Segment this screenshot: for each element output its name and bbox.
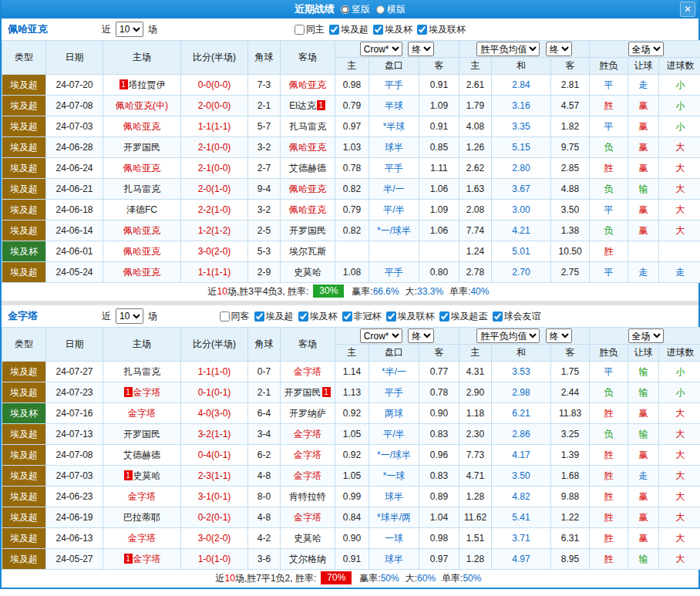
odds-away-cell: 0.80	[419, 262, 459, 283]
league-checkboxes: 同客埃及超埃及杯非冠杯埃及联杯埃及超盃球会友谊	[162, 310, 598, 323]
col-avg-home: 主	[459, 58, 492, 75]
home-team-cell: 佩哈亚克	[103, 221, 181, 241]
corner-cell: 3-2	[248, 137, 281, 158]
avg-home-cell: 1.24	[459, 241, 492, 262]
odds-home-cell	[335, 241, 369, 262]
col-avg-away: 客	[551, 345, 590, 362]
recent-count-select[interactable]: 10	[116, 308, 143, 324]
odds-away-cell: 0.78	[419, 382, 459, 403]
score-cell: 1-1(1-0)	[181, 362, 248, 382]
avg-away-cell: 1.75	[551, 362, 590, 382]
odds-company-select[interactable]: Crow*	[360, 328, 402, 343]
period-select[interactable]: 全场	[628, 328, 664, 343]
filter-checkbox[interactable]: 埃及超	[329, 23, 369, 36]
avg-final-select[interactable]: 终	[546, 328, 572, 343]
filter-checkbox[interactable]: 埃及超盃	[439, 310, 488, 323]
radio-vertical-input[interactable]	[341, 5, 349, 14]
checkbox-input[interactable]	[493, 311, 503, 322]
odds-company-select[interactable]: Crow*	[360, 42, 402, 56]
away-team-cell: 肯特拉特	[281, 487, 335, 507]
period-select[interactable]: 全场	[628, 42, 664, 56]
filter-checkbox[interactable]: 埃及杯	[373, 23, 412, 36]
filter-checkbox[interactable]: 非冠杯	[342, 310, 382, 323]
rank-badge: 1	[124, 554, 133, 564]
date-cell: 24-07-23	[46, 382, 103, 403]
filter-checkbox[interactable]: 球会友谊	[493, 310, 541, 323]
layout-radio-horizontal[interactable]: 横版	[376, 3, 406, 16]
filter-checkbox[interactable]: 埃及联杯	[386, 310, 435, 323]
checkbox-label: 埃及联杯	[429, 23, 466, 36]
filter-checkbox[interactable]: 埃及超	[254, 310, 294, 323]
odds-away-cell: 1.11	[419, 158, 459, 179]
away-team-cell: 佩哈亚克	[281, 75, 335, 96]
checkbox-input[interactable]	[373, 25, 383, 35]
team-label: 史莫哈	[133, 470, 161, 481]
league-cell: 埃及超	[2, 179, 46, 200]
checkbox-input[interactable]	[294, 25, 305, 35]
date-cell: 24-06-21	[46, 179, 103, 200]
league-cell: 埃及超	[2, 507, 46, 528]
checkbox-input[interactable]	[254, 311, 264, 322]
odds-home-cell: 1.05	[335, 424, 369, 445]
odds-final-select[interactable]: 终	[408, 42, 434, 56]
team-label: 金字塔	[294, 450, 321, 460]
handicap-cell: 球半	[369, 487, 419, 507]
summary-stats: 赢率:50%大:60%单率:50%	[356, 573, 484, 584]
rank-badge: 1	[124, 387, 133, 397]
stat-pair: 单率:50%	[442, 573, 481, 584]
checkbox-input[interactable]	[298, 311, 308, 322]
let-cell: 走	[628, 466, 659, 487]
odds-final-select[interactable]: 终	[408, 328, 434, 343]
league-cell: 埃及超	[2, 137, 46, 158]
checkbox-input[interactable]	[386, 311, 396, 322]
avg-final-select[interactable]: 终	[546, 42, 572, 56]
let-cell: 输	[628, 362, 659, 382]
near-label: 近	[102, 23, 111, 36]
checkbox-input[interactable]	[342, 311, 352, 322]
filter-checkbox[interactable]: 埃及联杯	[417, 23, 466, 36]
let-cell: 赢	[628, 96, 659, 116]
home-team-cell: 开罗国民	[103, 137, 181, 158]
result-cell: 胜	[590, 241, 628, 262]
avg-home-cell: 2.30	[459, 424, 492, 445]
match-row: 埃及杯24-06-01佩哈亚克3-0(2-0)5-3埃尔瓦斯1.245.0110…	[2, 241, 700, 262]
let-cell: 赢	[628, 528, 659, 549]
checkbox-input[interactable]	[220, 311, 230, 322]
col-type: 类型	[2, 41, 46, 75]
avg-home-cell: 4.08	[459, 116, 492, 137]
result-cell: 胜	[590, 507, 628, 528]
avg-type-select[interactable]: 胜平负均值	[476, 328, 540, 343]
avg-away-cell: 1.22	[551, 507, 590, 528]
filter-checkbox[interactable]: 同客	[220, 310, 250, 323]
handicap-cell: 球半	[369, 137, 419, 158]
odds-home-cell: 0.78	[335, 158, 369, 179]
recent-count-select[interactable]: 10	[116, 22, 143, 37]
radio-horizontal-input[interactable]	[376, 5, 385, 14]
checkbox-input[interactable]	[329, 25, 339, 35]
league-cell: 埃及超	[2, 362, 46, 382]
match-rows: 埃及超24-07-27扎马雷克1-1(1-0)0-7金字塔1.14*半/一0.7…	[2, 362, 700, 570]
checkbox-input[interactable]	[417, 25, 427, 35]
checkbox-input[interactable]	[439, 311, 449, 322]
avg-type-select[interactable]: 胜平负均值	[476, 42, 540, 56]
odds-home-cell: 0.98	[335, 75, 369, 96]
section-bar: 佩哈亚克 近 10 场 同主埃及超埃及杯埃及联杯	[2, 19, 698, 40]
result-cell: 胜	[590, 549, 628, 570]
away-team-cell: 开罗纳萨	[281, 403, 335, 424]
goal-cell: 小	[659, 382, 700, 403]
close-button[interactable]: ✕	[680, 2, 695, 17]
team-label: 史莫哈	[294, 267, 321, 278]
layout-radio-vertical[interactable]: 竖版	[341, 3, 370, 16]
filter-checkbox[interactable]: 埃及杯	[298, 310, 338, 323]
odds-away-cell: 1.06	[419, 179, 459, 200]
col-corner: 角球	[248, 41, 281, 75]
filter-checkbox[interactable]: 同主	[294, 23, 325, 36]
match-row: 埃及超24-05-271金字塔1-0(1-0)3-6艾尔格纳0.91球半0.97…	[2, 549, 700, 570]
odds-away-cell: 1.09	[419, 200, 459, 221]
let-cell: 走	[628, 75, 659, 96]
team-label: 开罗国民	[289, 225, 326, 236]
avg-home-cell: 2.08	[459, 200, 492, 221]
col-avg-home: 主	[459, 345, 492, 362]
odds-home-cell: 1.14	[335, 362, 369, 382]
date-cell: 24-06-19	[46, 507, 103, 528]
